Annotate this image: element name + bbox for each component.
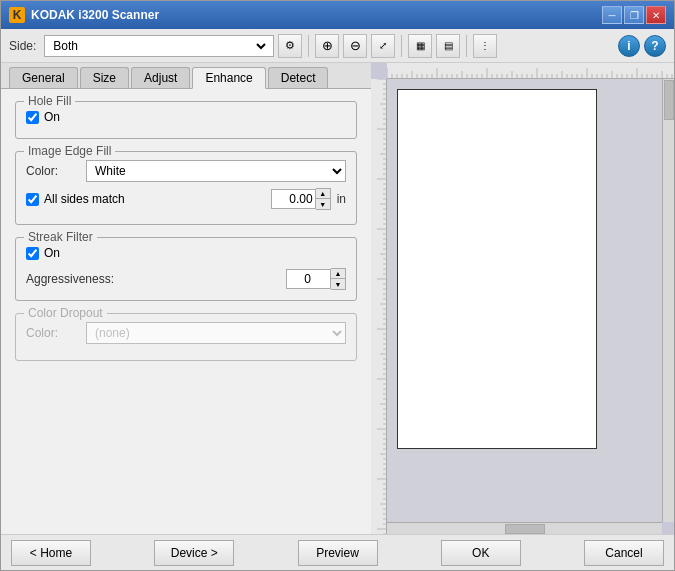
window-title: KODAK i3200 Scanner <box>31 8 602 22</box>
color-dropout-label: Color: <box>26 326 86 340</box>
streak-filter-title: Streak Filter <box>24 230 97 244</box>
separator-2 <box>401 35 402 57</box>
hole-fill-title: Hole Fill <box>24 94 75 108</box>
measure-spin: ▲ ▼ <box>271 188 331 210</box>
ok-button[interactable]: OK <box>441 540 521 566</box>
right-panel <box>371 63 674 534</box>
measure-down-button[interactable]: ▼ <box>316 199 330 209</box>
toolbar: Side: Both Front Back ⚙ ⊕ ⊖ ⤢ ▦ ▤ ⋮ i ? <box>1 29 674 63</box>
left-panel: General Size Adjust Enhance Detect Hole … <box>1 63 371 534</box>
color-dropout-content: Color: (none) Red Green Blue <box>26 322 346 344</box>
hole-fill-on-label: On <box>44 110 60 124</box>
tab-adjust[interactable]: Adjust <box>131 67 190 88</box>
streak-on-label: On <box>44 246 60 260</box>
color-dropdown-wrapper: White Black Automatic <box>86 160 346 182</box>
minimize-button[interactable]: ─ <box>602 6 622 24</box>
horizontal-scrollbar[interactable] <box>387 522 662 534</box>
unit-label: in <box>337 192 346 206</box>
all-sides-label: All sides match <box>44 192 125 206</box>
side-label: Side: <box>9 39 36 53</box>
main-content: General Size Adjust Enhance Detect Hole … <box>1 63 674 534</box>
aggressiveness-down-button[interactable]: ▼ <box>331 279 345 289</box>
home-button[interactable]: < Home <box>11 540 91 566</box>
tab-enhance[interactable]: Enhance <box>192 67 265 89</box>
preview-area <box>387 79 662 522</box>
measure-up-button[interactable]: ▲ <box>316 189 330 199</box>
aggressiveness-spin-buttons: ▲ ▼ <box>331 268 346 290</box>
aggressiveness-input[interactable] <box>286 269 331 289</box>
measure-input[interactable] <box>271 189 316 209</box>
aggressiveness-row: Aggressiveness: ▲ ▼ <box>26 268 346 290</box>
all-sides-checkbox[interactable] <box>26 193 39 206</box>
tab-general[interactable]: General <box>9 67 78 88</box>
app-icon: K <box>9 7 25 23</box>
image-edge-fill-group: Image Edge Fill Color: White Black Autom… <box>15 151 357 225</box>
preview-canvas <box>397 89 597 449</box>
separator-1 <box>308 35 309 57</box>
streak-on-row: On <box>26 246 346 260</box>
zoom-in-button[interactable]: ⊕ <box>315 34 339 58</box>
settings-icon-button[interactable]: ⚙ <box>278 34 302 58</box>
preview-button[interactable]: Preview <box>298 540 378 566</box>
ruler-top <box>387 63 674 79</box>
main-window: K KODAK i3200 Scanner ─ ❐ ✕ Side: Both F… <box>0 0 675 571</box>
enhance-tab-content: Hole Fill On Image Edge Fill Color: Whit… <box>1 89 371 534</box>
info-icon-button[interactable]: i <box>618 35 640 57</box>
measure-field: ▲ ▼ in <box>271 188 346 210</box>
vertical-scrollbar-thumb[interactable] <box>664 80 674 120</box>
ruler-left <box>371 79 387 534</box>
scan-button[interactable]: ▦ <box>408 34 432 58</box>
separator-3 <box>466 35 467 57</box>
color-dropout-group: Color Dropout Color: (none) Red Green Bl… <box>15 313 357 361</box>
aggressiveness-up-button[interactable]: ▲ <box>331 269 345 279</box>
help-icon-button[interactable]: ? <box>644 35 666 57</box>
horizontal-scrollbar-thumb[interactable] <box>505 524 545 534</box>
bottom-bar: < Home Device > Preview OK Cancel <box>1 534 674 570</box>
tab-size[interactable]: Size <box>80 67 129 88</box>
color-dropout-title: Color Dropout <box>24 306 107 320</box>
another-button[interactable]: ⋮ <box>473 34 497 58</box>
hole-fill-checkbox[interactable] <box>26 111 39 124</box>
vertical-scrollbar[interactable] <box>662 79 674 522</box>
streak-filter-group: Streak Filter On Aggressiveness: ▲ ▼ <box>15 237 357 301</box>
aggressiveness-spin: ▲ ▼ <box>286 268 346 290</box>
color-dropout-select[interactable]: (none) Red Green Blue <box>86 322 346 344</box>
hole-fill-group: Hole Fill On <box>15 101 357 139</box>
side-dropdown[interactable]: Both Front Back <box>44 35 274 57</box>
title-bar: K KODAK i3200 Scanner ─ ❐ ✕ <box>1 1 674 29</box>
fit-button[interactable]: ⤢ <box>371 34 395 58</box>
color-dropout-dropdown-wrapper: (none) Red Green Blue <box>86 322 346 344</box>
all-sides-row: All sides match ▲ ▼ in <box>26 188 346 210</box>
device-button[interactable]: Device > <box>154 540 234 566</box>
color-label: Color: <box>26 164 86 178</box>
side-select[interactable]: Both Front Back <box>49 36 269 56</box>
restore-button[interactable]: ❐ <box>624 6 644 24</box>
title-bar-buttons: ─ ❐ ✕ <box>602 6 666 24</box>
color-field-row: Color: White Black Automatic <box>26 160 346 182</box>
svg-rect-61 <box>371 79 387 534</box>
color-select[interactable]: White Black Automatic <box>86 160 346 182</box>
zoom-out-button[interactable]: ⊖ <box>343 34 367 58</box>
measure-spin-buttons: ▲ ▼ <box>316 188 331 210</box>
tabs: General Size Adjust Enhance Detect <box>1 63 371 89</box>
streak-on-checkbox[interactable] <box>26 247 39 260</box>
image-edge-fill-title: Image Edge Fill <box>24 144 115 158</box>
tab-detect[interactable]: Detect <box>268 67 329 88</box>
hole-fill-on-row: On <box>26 110 346 124</box>
aggressiveness-label: Aggressiveness: <box>26 272 286 286</box>
cancel-button[interactable]: Cancel <box>584 540 664 566</box>
svg-rect-0 <box>387 63 674 78</box>
options-button[interactable]: ▤ <box>436 34 460 58</box>
close-button[interactable]: ✕ <box>646 6 666 24</box>
